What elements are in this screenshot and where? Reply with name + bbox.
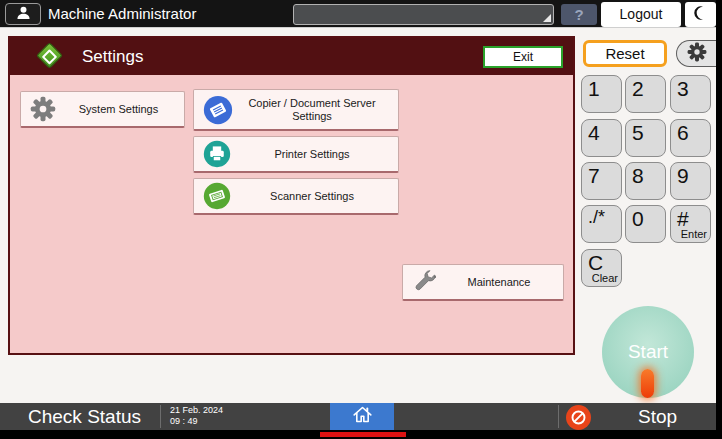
- bottom-status-bar: Check Status 21 Feb. 2024 09 : 49: [0, 403, 722, 430]
- copier-icon: [203, 95, 233, 125]
- gear-icon: [687, 42, 707, 66]
- logout-button[interactable]: Logout: [601, 2, 681, 27]
- wrench-icon: [412, 269, 438, 295]
- settings-panel: Settings Exit System Settings: [8, 36, 575, 355]
- home-active-indicator: [320, 432, 406, 437]
- panel-settings-button[interactable]: [676, 40, 716, 67]
- numpad-key-2[interactable]: 2: [625, 75, 666, 113]
- home-button[interactable]: [330, 403, 394, 430]
- menu-button-label: System Settings: [79, 103, 158, 116]
- user-account-button[interactable]: [5, 3, 41, 25]
- energy-saver-button[interactable]: [685, 2, 716, 27]
- home-icon: [352, 404, 373, 429]
- exit-button[interactable]: Exit: [483, 46, 563, 68]
- numpad-key-5[interactable]: 5: [625, 119, 666, 157]
- person-icon: [15, 4, 32, 25]
- start-indicator-light: [641, 369, 654, 398]
- panel-title: Settings: [82, 38, 143, 75]
- divider: [558, 405, 559, 428]
- maintenance-button[interactable]: Maintenance: [402, 264, 564, 301]
- numpad-key-8[interactable]: 8: [625, 162, 666, 200]
- numpad-key-slash-star[interactable]: ./*: [581, 205, 622, 243]
- moon-icon: [693, 5, 709, 25]
- top-bar: Machine Administrator ? Logout: [0, 0, 722, 28]
- device-bezel-right: [716, 0, 722, 439]
- numpad-key-9[interactable]: 9: [670, 162, 711, 200]
- menu-button-label: Scanner Settings: [270, 190, 354, 203]
- printer-icon: [203, 140, 231, 168]
- menu-button-label: Copier / Document Server Settings: [234, 97, 390, 123]
- system-settings-button[interactable]: System Settings: [20, 91, 185, 128]
- time-label: 09 : 49: [170, 416, 223, 427]
- numpad-key-clear[interactable]: CClear: [581, 249, 622, 287]
- numpad-key-4[interactable]: 4: [581, 119, 622, 157]
- scanner-settings-button[interactable]: Scanner Settings: [193, 178, 399, 215]
- settings-panel-header: Settings Exit: [10, 38, 573, 75]
- numpad-key-enter[interactable]: #Enter: [670, 205, 711, 243]
- start-button-label: Start: [628, 341, 668, 363]
- system-message-field[interactable]: [293, 4, 554, 25]
- date-label: 21 Feb. 2024: [170, 405, 223, 416]
- numpad-key-3[interactable]: 3: [670, 75, 711, 113]
- copier-document-server-settings-button[interactable]: Copier / Document Server Settings: [193, 89, 399, 131]
- numpad-key-0[interactable]: 0: [625, 205, 666, 243]
- numpad-key-1[interactable]: 1: [581, 75, 622, 113]
- settings-diamond-icon: [36, 42, 63, 69]
- device-screen: Machine Administrator ? Logout Settings …: [0, 0, 722, 439]
- menu-button-label: Printer Settings: [274, 148, 349, 161]
- date-time-display: 21 Feb. 2024 09 : 49: [170, 405, 223, 427]
- menu-button-label: Maintenance: [468, 276, 531, 289]
- check-status-button[interactable]: Check Status: [28, 403, 141, 430]
- stop-icon: [566, 405, 591, 430]
- stop-button[interactable]: Stop: [566, 403, 696, 430]
- expand-corner-icon: [543, 14, 551, 22]
- numpad-key-6[interactable]: 6: [670, 119, 711, 157]
- numpad-key-7[interactable]: 7: [581, 162, 622, 200]
- stop-button-label: Stop: [638, 403, 677, 430]
- gear-icon: [30, 96, 56, 122]
- printer-settings-button[interactable]: Printer Settings: [193, 136, 399, 173]
- logged-in-user-label: Machine Administrator: [48, 0, 196, 28]
- scanner-icon: [203, 182, 231, 210]
- help-button[interactable]: ?: [561, 4, 597, 25]
- reset-button[interactable]: Reset: [583, 40, 667, 67]
- divider: [160, 405, 161, 428]
